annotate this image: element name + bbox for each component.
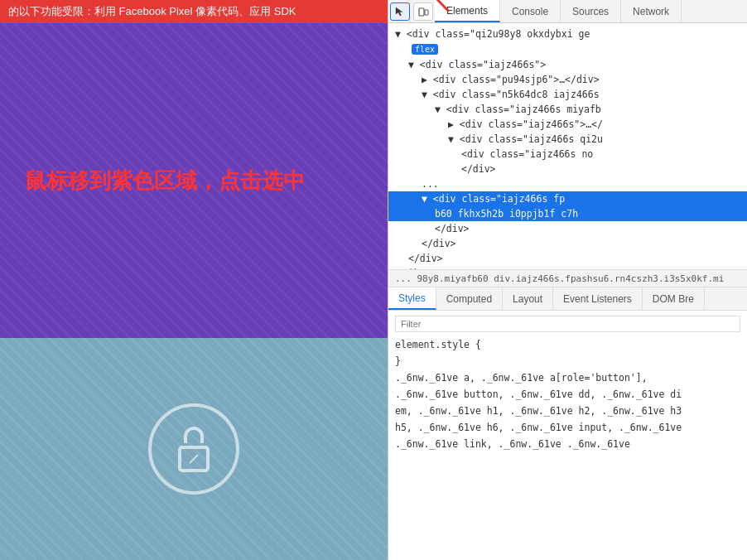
style-rule-line: ._6nw._61ve a, ._6nw._61ve a[role='butto… [395, 370, 740, 385]
filter-input[interactable] [395, 316, 740, 332]
style-rule-line: element.style { [395, 337, 740, 352]
tab-console[interactable]: Console [500, 0, 561, 22]
style-rules: element.style {}._6nw._61ve a, ._6nw._61… [395, 337, 740, 451]
svg-rect-3 [425, 10, 428, 15]
tree-line[interactable]: ... [388, 176, 747, 191]
blue-area [0, 338, 388, 560]
tree-line[interactable]: ▼ <div class="iajz466s fp [388, 191, 747, 206]
tab-styles[interactable]: Styles [388, 287, 436, 310]
tree-line[interactable]: </div> [388, 221, 747, 236]
bottom-tabs: Styles Computed Layout Event Listeners D… [388, 287, 747, 311]
tree-line[interactable]: ▼ <div class="iajz466s miyafb [388, 102, 747, 117]
html-tree: ▼ <div class="qi2u98y8 okxdybxi geflex▼ … [388, 23, 747, 269]
breadcrumb-text: ... 98y8.miyafb60 div.iajz466s.fpashsu6.… [395, 273, 724, 284]
tab-layout[interactable]: Layout [503, 287, 553, 310]
left-panel: 的以下功能受限：利用 Facebook Pixel 像素代码、应用 SDK 鼠标… [0, 0, 388, 560]
style-rule-line: ._6nw._61ve button, ._6nw._61ve dd, ._6n… [395, 387, 740, 402]
tab-event-listeners[interactable]: Event Listeners [553, 287, 643, 310]
devtools-panel: Elements Console Sources Network ▼ <div … [388, 0, 747, 560]
banner-text: 的以下功能受限：利用 Facebook Pixel 像素代码、应用 SDK [8, 4, 296, 19]
styles-panel: element.style {}._6nw._61ve a, ._6nw._61… [388, 311, 747, 560]
lock-inner [171, 427, 217, 472]
tree-line[interactable]: </div> [388, 162, 747, 176]
tab-elements[interactable]: Elements [435, 0, 500, 22]
tab-dom-breakpoints[interactable]: DOM Bre [643, 287, 705, 310]
device-toolbar-button[interactable] [413, 2, 433, 21]
tree-line[interactable]: flex [388, 41, 747, 57]
tree-line[interactable]: </div> [388, 251, 747, 266]
style-rule-line: h5, ._6nw._61ve h6, ._6nw._61ve input, .… [395, 420, 740, 435]
style-rule-line: ._6nw._61ve link, ._6nw._61ve ._6nw._61v… [395, 437, 740, 451]
tree-line[interactable]: b60 fkhx5h2b i0ppjb1f c7h [388, 206, 747, 221]
tab-network[interactable]: Network [621, 0, 682, 22]
tree-line[interactable]: ▼ <div class="n5k64dc8 iajz466s [388, 87, 747, 102]
purple-instruction-text: 鼠标移到紫色区域，点击选中 [25, 167, 305, 196]
tree-line[interactable]: ▼ <div class="iajz466s qi2u [388, 132, 747, 147]
inspect-element-button[interactable] [390, 2, 410, 21]
lock-icon-circle [148, 403, 239, 495]
tab-sources[interactable]: Sources [561, 0, 621, 22]
style-rule-line: } [395, 354, 740, 369]
purple-area: 鼠标移到紫色区域，点击选中 [0, 23, 388, 338]
style-rule-line: em, ._6nw._61ve h1, ._6nw._61ve h2, ._6n… [395, 403, 740, 418]
tree-line[interactable]: ▶ <div class="pu94sjp6">…</div> [388, 72, 747, 87]
tree-line[interactable]: <div class="iajz466s no [388, 147, 747, 162]
tree-line[interactable]: ▼ <div class="qi2u98y8 okxdybxi ge [388, 27, 747, 41]
tree-line[interactable]: ▼ <div class="iajz466s"> [388, 57, 747, 72]
tab-computed[interactable]: Computed [436, 287, 503, 310]
svg-rect-2 [419, 8, 424, 16]
lock-line [189, 454, 198, 463]
lock-shackle [184, 427, 204, 443]
tree-line[interactable]: ▶ <div class="iajz466s">…</ [388, 117, 747, 132]
breadcrumb-bar: ... 98y8.miyafb60 div.iajz466s.fpashsu6.… [388, 269, 747, 287]
red-banner: 的以下功能受限：利用 Facebook Pixel 像素代码、应用 SDK [0, 0, 388, 23]
lock-body [178, 446, 210, 472]
tree-line[interactable]: </div> [388, 236, 747, 251]
